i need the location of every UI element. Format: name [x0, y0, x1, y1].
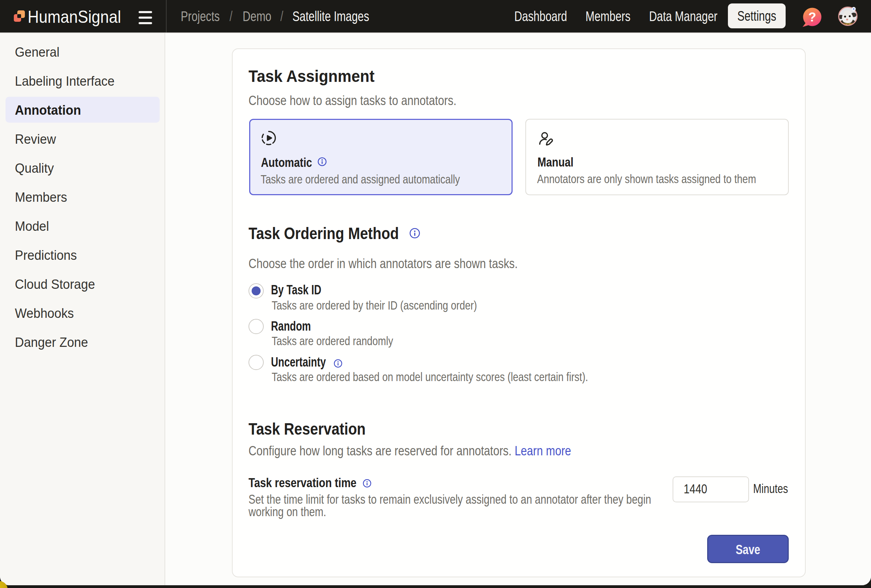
svg-text:?: ? [808, 10, 816, 24]
